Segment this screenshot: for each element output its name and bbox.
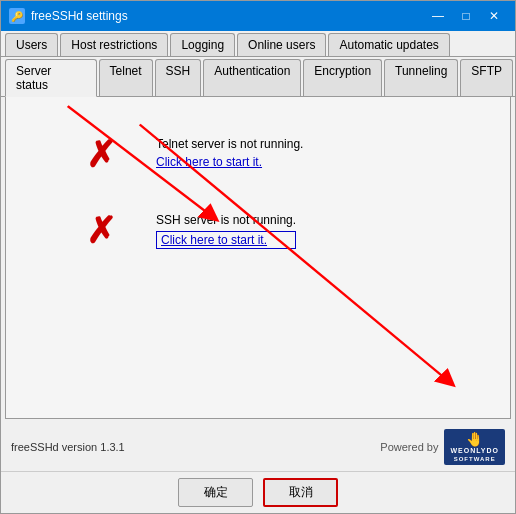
version-text: freeSSHd version 1.3.1 — [11, 441, 125, 453]
tab-server-status[interactable]: Server status — [5, 59, 97, 97]
window-controls: — □ ✕ — [425, 6, 507, 26]
cancel-button[interactable]: 取消 — [263, 478, 338, 507]
ssh-error-icon: ✗ — [86, 213, 116, 249]
telnet-error-icon: ✗ — [86, 137, 116, 173]
ssh-start-link[interactable]: Click here to start it. — [156, 231, 296, 249]
tab-row-2: Server status Telnet SSH Authentication … — [1, 57, 515, 97]
logo-hand-icon: 🤚 — [466, 431, 483, 448]
bottom-buttons: 确定 取消 — [1, 471, 515, 513]
tab-host-restrictions[interactable]: Host restrictions — [60, 33, 168, 56]
tab-authentication[interactable]: Authentication — [203, 59, 301, 96]
tab-telnet[interactable]: Telnet — [99, 59, 153, 96]
ok-button[interactable]: 确定 — [178, 478, 253, 507]
app-icon: 🔑 — [9, 8, 25, 24]
tab-row-1: Users Host restrictions Logging Online u… — [1, 31, 515, 57]
close-button[interactable]: ✕ — [481, 6, 507, 26]
tab-tunneling[interactable]: Tunneling — [384, 59, 458, 96]
window-title: freeSSHd settings — [31, 9, 128, 23]
tab-users[interactable]: Users — [5, 33, 58, 56]
tab-automatic-updates[interactable]: Automatic updates — [328, 33, 449, 56]
ssh-status-text: SSH server is not running. Click here to… — [156, 213, 296, 249]
secondary-tab-row: Server status Telnet SSH Authentication … — [1, 57, 515, 97]
tab-online-users[interactable]: Online users — [237, 33, 326, 56]
logo-text-software: SOFTWARE — [454, 456, 496, 463]
ssh-status-label: SSH server is not running. — [156, 213, 296, 227]
telnet-start-link[interactable]: Click here to start it. — [156, 155, 303, 169]
content-area: ✗ Telnet server is not running. Click he… — [5, 97, 511, 419]
powered-by-label: Powered by — [380, 441, 438, 453]
weonlydo-logo: 🤚 WEONLYDO SOFTWARE — [444, 429, 505, 465]
telnet-status-label: Telnet server is not running. — [156, 137, 303, 151]
title-bar: 🔑 freeSSHd settings — □ ✕ — [1, 1, 515, 31]
logo-text-weonlydo: WEONLYDO — [450, 447, 499, 455]
main-window: 🔑 freeSSHd settings — □ ✕ Users Host res… — [0, 0, 516, 514]
powered-by-section: Powered by 🤚 WEONLYDO SOFTWARE — [380, 429, 505, 465]
footer: freeSSHd version 1.3.1 Powered by 🤚 WEON… — [1, 423, 515, 471]
tab-logging[interactable]: Logging — [170, 33, 235, 56]
tab-sftp[interactable]: SFTP — [460, 59, 513, 96]
title-bar-left: 🔑 freeSSHd settings — [9, 8, 128, 24]
maximize-button[interactable]: □ — [453, 6, 479, 26]
telnet-status-text: Telnet server is not running. Click here… — [156, 137, 303, 169]
primary-tab-row: Users Host restrictions Logging Online u… — [1, 31, 515, 57]
tab-encryption[interactable]: Encryption — [303, 59, 382, 96]
ssh-status-item: ✗ SSH server is not running. Click here … — [26, 213, 490, 249]
tab-ssh[interactable]: SSH — [155, 59, 202, 96]
minimize-button[interactable]: — — [425, 6, 451, 26]
telnet-status-item: ✗ Telnet server is not running. Click he… — [26, 137, 490, 173]
